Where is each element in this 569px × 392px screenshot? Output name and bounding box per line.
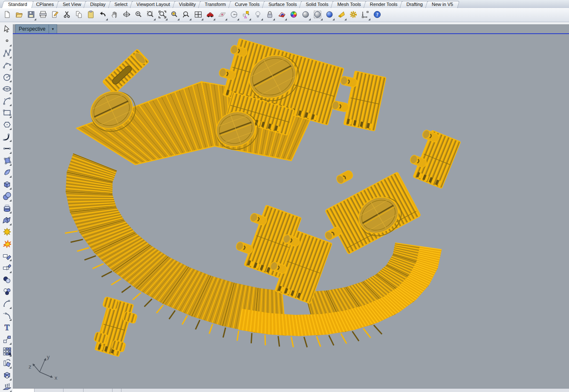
line-icon (2, 144, 11, 154)
model-buckle-bar[interactable] (102, 49, 149, 94)
toolbar-undo-button[interactable] (97, 9, 108, 21)
palette-curve-blend-button[interactable] (1, 132, 12, 142)
toolbar-color-wheel-button[interactable] (288, 9, 299, 21)
toolbar-edit-notes-button[interactable] (49, 9, 61, 21)
ribbon-tab-solid-tools[interactable]: Solid Tools (300, 1, 334, 8)
ribbon-tab-transform[interactable]: Transform (199, 1, 231, 8)
palette-split-button[interactable] (1, 263, 12, 274)
palette-explosion-button[interactable] (1, 239, 12, 250)
viewport-canvas[interactable]: x y z (13, 34, 569, 388)
toolbar-dimension-button[interactable] (359, 9, 371, 21)
model-link-lug[interactable] (335, 170, 354, 185)
palette-surface-edge-curves-button[interactable] (1, 167, 12, 178)
toolbar-named-views-button[interactable] (204, 9, 216, 21)
toolbar-zoom-extents-button[interactable] (156, 9, 168, 21)
palette-arc-button[interactable] (1, 96, 12, 107)
ribbon-tab-cplanes[interactable]: CPlanes (31, 1, 60, 8)
palette-box-button[interactable] (1, 179, 12, 190)
palette-star-burst-button[interactable] (1, 227, 12, 238)
palette-line-button[interactable] (1, 144, 12, 154)
rotate-icon (2, 358, 11, 369)
toolbar-rendered-viewport-button[interactable] (323, 9, 335, 21)
palette-text-button[interactable]: T (1, 323, 12, 333)
svg-text:T: T (4, 323, 9, 331)
toolbar-copy-button[interactable] (73, 9, 84, 21)
extrude-surface-icon (2, 382, 11, 392)
toolbar-print-button[interactable] (37, 9, 49, 21)
toolbar-paste-button[interactable] (85, 9, 96, 21)
toolbar-help-button[interactable]: ? (371, 9, 383, 21)
toolbar-zoom-undo-button[interactable] (180, 9, 192, 21)
palette-trim-button[interactable] (1, 251, 12, 262)
model-link-lug[interactable] (235, 241, 254, 254)
ribbon-tab-select[interactable]: Select (109, 1, 133, 8)
palette-group-button[interactable] (1, 287, 12, 297)
rectangle-icon (2, 108, 11, 118)
ribbon-tab-drafting[interactable]: Drafting (401, 1, 428, 8)
palette-box-edit-button[interactable] (1, 370, 12, 381)
ribbon-tab-new-in-v5[interactable]: New in V5 (426, 1, 459, 8)
model-link-lug[interactable] (331, 101, 349, 112)
toolbar-new-document-button[interactable] (1, 9, 13, 21)
toolbar-lights-button[interactable] (252, 9, 263, 21)
ribbon-tab-standard[interactable]: Standard (3, 1, 33, 8)
toolbar-rotate-view-button[interactable] (121, 9, 132, 21)
viewport-area: Perspective ▾ (13, 22, 569, 392)
ribbon-tab-curve-tools[interactable]: Curve Tools (229, 1, 265, 8)
surface-network-icon (2, 215, 11, 226)
model-link-lug[interactable] (324, 226, 343, 241)
toolbar-zoom-dynamic-button[interactable] (133, 9, 144, 21)
toolbar-zoom-window-button[interactable] (144, 9, 156, 21)
ribbon-tab-set-view[interactable]: Set View (57, 1, 87, 8)
ribbon-tab-viewport-layout[interactable]: Viewport Layout (131, 1, 176, 8)
palette-cylinder-button[interactable] (1, 203, 12, 214)
palette-rectangle-button[interactable] (1, 108, 12, 118)
palette-surface-control-points-button[interactable] (1, 156, 12, 166)
palette-select-pointer-button[interactable] (1, 24, 12, 35)
ribbon-tab-label: Select (115, 2, 128, 7)
status-pane (64, 389, 84, 392)
palette-move-button[interactable] (1, 334, 12, 345)
toolbar-ghosted-viewport-button[interactable] (312, 9, 323, 21)
palette-array-button[interactable] (1, 346, 12, 357)
toolbar-open-file-button[interactable] (13, 9, 25, 21)
palette-polygon-button[interactable] (1, 120, 12, 130)
palette-ellipse-button[interactable] (1, 84, 12, 95)
palette-extrude-surface-button[interactable] (1, 382, 12, 392)
toolbar-circle-radius-button[interactable] (228, 9, 240, 21)
palette-point-button[interactable] (1, 36, 12, 47)
toolbar-cplane-grid-button[interactable] (216, 9, 228, 21)
palette-sphere-button[interactable] (1, 191, 12, 202)
watch-band-model[interactable] (13, 34, 569, 388)
toolbar-shaded-viewport-button[interactable] (300, 9, 311, 21)
ribbon-tab-render-tools[interactable]: Render Tools (364, 1, 403, 8)
palette-curve-interpolate-button[interactable] (1, 60, 12, 71)
palette-fillet-arc-button[interactable] (1, 299, 12, 309)
toolbar-cut-button[interactable] (61, 9, 72, 21)
ribbon-tab-surface-tools[interactable]: Surface Tools (263, 1, 302, 8)
toolbar-lock-button[interactable] (264, 9, 275, 21)
ribbon-tab-display[interactable]: Display (84, 1, 111, 8)
axis-label-y: y (47, 354, 50, 360)
toolbar-cone-button[interactable] (335, 9, 347, 21)
palette-circle-center-radius-button[interactable] (1, 72, 12, 83)
ribbon-tab-visibility[interactable]: Visibility (173, 1, 202, 8)
ribbon-tab-mesh-tools[interactable]: Mesh Tools (332, 1, 366, 8)
toolbar-save-button[interactable] (25, 9, 37, 21)
status-bar (13, 388, 569, 392)
palette-extend-curve-button[interactable] (1, 311, 12, 321)
rhino-window: StandardCPlanesSet ViewDisplaySelectView… (0, 0, 569, 392)
palette-rotate-button[interactable] (1, 358, 12, 369)
palette-curve-control-points-button[interactable] (1, 48, 12, 59)
toolbar-render-wedge-button[interactable] (276, 9, 287, 21)
chevron-down-icon[interactable]: ▾ (52, 27, 54, 31)
toolbar-zoom-selected-button[interactable] (168, 9, 180, 21)
toolbar-gear-options-button[interactable] (347, 9, 359, 21)
viewport-title-tab[interactable]: Perspective ▾ (15, 24, 57, 33)
palette-join-button[interactable] (1, 275, 12, 285)
cylinder-icon (2, 203, 11, 214)
palette-surface-network-button[interactable] (1, 215, 12, 226)
toolbar-pan-hand-button[interactable] (109, 9, 120, 21)
toolbar-viewport-layout-button[interactable] (192, 9, 204, 21)
toolbar-object-snap-shapes-button[interactable] (240, 9, 251, 21)
